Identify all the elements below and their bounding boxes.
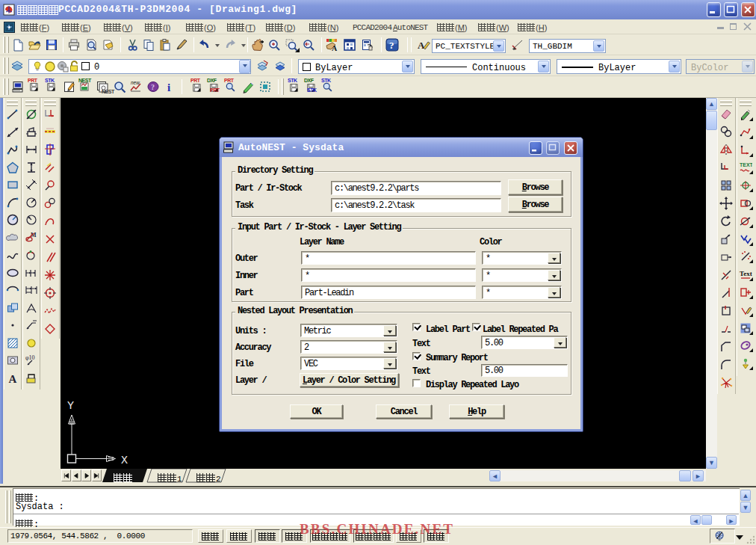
svg-text:new: new: [131, 80, 140, 85]
svg-text:φ10: φ10: [25, 354, 35, 361]
svg-text:TEXT: TEXT: [740, 162, 752, 167]
svg-text:Text: Text: [740, 270, 752, 277]
svg-text:X: X: [121, 455, 128, 467]
svg-text:A: A: [9, 373, 17, 385]
svg-text:?: ?: [389, 40, 394, 51]
svg-text:A: A: [418, 40, 425, 51]
svg-text:?: ?: [151, 83, 155, 91]
svg-text:A: A: [332, 44, 338, 52]
svg-text:Y: Y: [67, 400, 74, 413]
svg-text:i: i: [167, 81, 170, 93]
